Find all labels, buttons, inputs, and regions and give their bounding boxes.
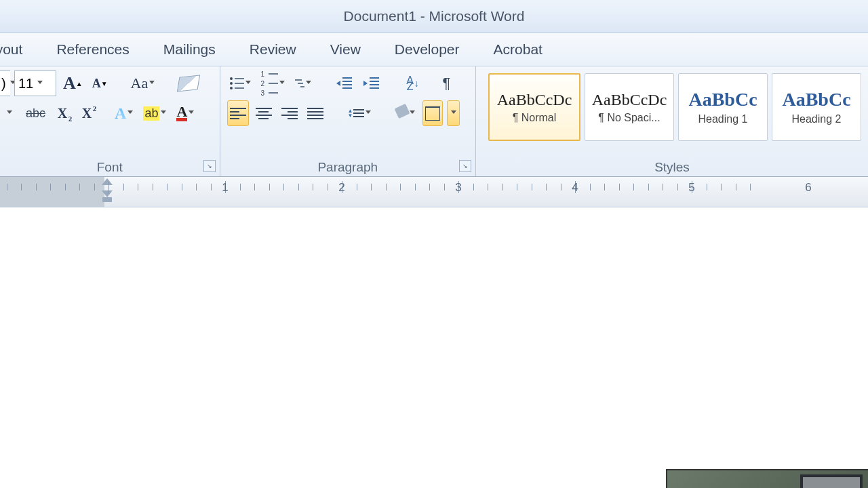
ribbon-tabs: ayout References Mailings Review View De… [0, 33, 868, 66]
window-title: Document1 - Microsoft Word [344, 8, 525, 24]
increase-indent-button[interactable] [361, 70, 384, 96]
line-spacing-button[interactable]: ▲▼ [345, 100, 375, 126]
tab-view[interactable]: View [329, 39, 362, 60]
multilevel-list-button[interactable] [292, 70, 315, 96]
group-label-paragraph: Paragraph [220, 160, 475, 175]
title-bar: Document1 - Microsoft Word [0, 0, 868, 33]
sort-button[interactable]: AZ↓ [403, 70, 423, 96]
decrease-indent-button[interactable] [334, 70, 357, 96]
align-right-button[interactable] [279, 100, 300, 126]
webcam-overlay [666, 469, 868, 488]
style-item--normal[interactable]: AaBbCcDc¶ Normal [488, 73, 580, 141]
font-name-combo[interactable]: ) [0, 70, 10, 96]
paragraph-dialog-launcher[interactable]: ↘ [459, 160, 471, 172]
group-label-styles: Styles [476, 160, 868, 175]
highlight-color-button[interactable]: ab [140, 100, 170, 126]
tab-page-layout[interactable]: ayout [0, 39, 24, 60]
indent-marker[interactable] [102, 178, 113, 202]
eraser-icon [177, 75, 200, 92]
shrink-font-button[interactable]: A▼ [90, 70, 111, 96]
style-item-heading-2[interactable]: AaBbCcHeading 2 [772, 73, 861, 141]
change-case-button[interactable]: Aa [128, 70, 159, 96]
subscript-button[interactable]: X [52, 100, 73, 126]
group-font: ) 11 A▲ A▼ Aa abc X X A ab A Font ↘ [0, 66, 220, 176]
show-hide-marks-button[interactable]: ¶ [437, 70, 457, 96]
group-paragraph: AZ↓ ¶ ▲▼ Paragraph ↘ [220, 66, 476, 176]
text-effects-button[interactable]: A [112, 100, 136, 126]
grow-font-button[interactable]: A▲ [60, 70, 85, 96]
document-canvas[interactable]: The quick brown fox jumps over the lazy … [0, 207, 868, 488]
group-label-font: Font [0, 160, 220, 175]
paint-bucket-icon [395, 104, 410, 119]
borders-dropdown[interactable] [447, 100, 460, 126]
align-justify-button[interactable] [304, 100, 326, 126]
style-item--no-spaci-[interactable]: AaBbCcDc¶ No Spaci... [585, 73, 674, 141]
shading-button[interactable] [393, 100, 418, 126]
border-icon [425, 106, 440, 121]
bullets-button[interactable] [227, 70, 254, 96]
font-size-combo[interactable]: 11 [14, 70, 56, 96]
align-left-button[interactable] [227, 100, 249, 126]
group-styles: AaBbCcDc¶ NormalAaBbCcDc¶ No Spaci...AaB… [476, 66, 868, 176]
tab-review[interactable]: Review [248, 39, 298, 60]
numbering-button[interactable] [258, 70, 288, 96]
tab-references[interactable]: References [55, 39, 130, 60]
strikethrough-button[interactable]: abc [23, 100, 48, 126]
horizontal-ruler[interactable]: 123456 [0, 177, 868, 207]
font-dialog-launcher[interactable]: ↘ [203, 160, 216, 172]
tab-developer[interactable]: Developer [393, 39, 461, 60]
tab-acrobat[interactable]: Acrobat [492, 39, 544, 60]
font-color-button[interactable]: A [174, 100, 197, 126]
style-item-heading-1[interactable]: AaBbCcHeading 1 [678, 73, 768, 141]
superscript-button[interactable]: X [77, 100, 97, 126]
clear-formatting-button[interactable] [176, 70, 201, 96]
ribbon: ) 11 A▲ A▼ Aa abc X X A ab A Font ↘ [0, 66, 868, 177]
borders-button[interactable] [422, 100, 443, 126]
tab-mailings[interactable]: Mailings [162, 39, 217, 60]
align-center-button[interactable] [253, 100, 275, 126]
font-effects-dropdown[interactable] [0, 100, 19, 126]
